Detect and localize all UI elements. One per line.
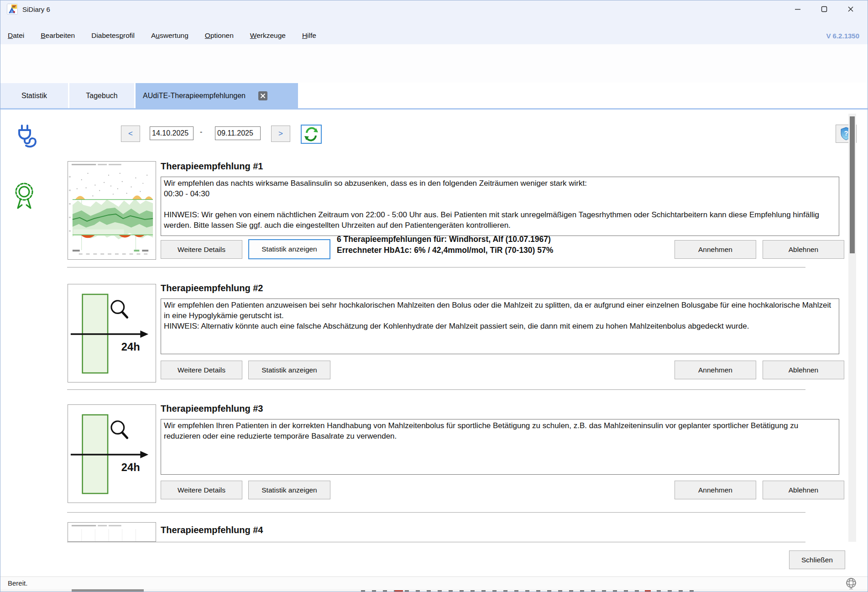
title-bar: SiDiary 6 <box>0 0 868 18</box>
card1-details-button[interactable]: Weitere Details <box>161 240 242 259</box>
menu-bar: Datei Bearbeiten Diabetesprofil Auswertu… <box>0 18 868 44</box>
card3-reject-button[interactable]: Ablehnen <box>763 481 844 499</box>
svg-text:24h: 24h <box>121 341 140 353</box>
card2-stats-button[interactable]: Statistik anzeigen <box>248 361 330 379</box>
agp-chart-icon <box>68 162 156 259</box>
version-label: V 6.2.1350 <box>826 32 859 40</box>
card3-accept-button[interactable]: Annehmen <box>675 481 756 499</box>
tab-tagebuch[interactable]: Tagebuch <box>69 83 134 108</box>
24h-range-icon: 24h <box>68 284 156 382</box>
close-panel-button[interactable]: Schließen <box>789 550 845 569</box>
tab-audite-therapieempfehlungen[interactable]: AUdiTE-Therapieempfehlungen <box>136 83 298 108</box>
app-window: SiDiary 6 Datei Bearbeiten Diabetesprofi… <box>0 0 868 592</box>
menu-auswertung[interactable]: Auswertung <box>151 31 188 40</box>
scrollbar-thumb[interactable] <box>850 116 855 253</box>
recommendations-panel: Zeitraum < - > 6 Therapieempfehlungen fü… <box>0 110 868 576</box>
globe-icon <box>845 577 858 590</box>
svg-text:24h: 24h <box>121 461 140 473</box>
menu-optionen[interactable]: Optionen <box>205 31 234 40</box>
card1-accept-button[interactable]: Annehmen <box>675 240 756 259</box>
card1-stats-button[interactable]: Statistik anzeigen <box>248 239 330 259</box>
next-period-button[interactable]: > <box>271 126 290 142</box>
card-divider <box>67 542 805 543</box>
card3-details-button[interactable]: Weitere Details <box>161 481 242 499</box>
toolbar: Weiterempfehlen > <box>0 44 868 83</box>
card2-accept-button[interactable]: Annehmen <box>675 361 756 379</box>
close-tab-icon[interactable] <box>258 91 267 100</box>
maximize-button[interactable] <box>811 0 837 18</box>
card4-title: Therapieempfehlung #4 <box>161 525 263 535</box>
prev-period-button[interactable]: < <box>121 126 140 142</box>
tab-statistik[interactable]: Statistik <box>0 83 68 108</box>
date-from-input[interactable] <box>150 126 193 140</box>
card1-text: Wir empfehlen das nachts wirksame Basali… <box>161 177 839 236</box>
card3-text: Wir empfehlen Ihren Patienten in der kor… <box>161 419 839 475</box>
menu-diabetesprofil[interactable]: Diabetesprofil <box>91 31 135 40</box>
award-rosette-icon[interactable] <box>11 181 40 212</box>
card1-title: Therapieempfehlung #1 <box>161 161 263 172</box>
minimize-icon <box>795 6 801 12</box>
status-text: Bereit. <box>8 579 27 587</box>
menu-bearbeiten[interactable]: Bearbeiten <box>41 31 75 40</box>
patient-header: 6 Therapieempfehlungen für: Windhorst, A… <box>337 234 553 256</box>
menu-hilfe[interactable]: Hilfe <box>302 31 316 40</box>
agp-chart-top-icon <box>68 523 156 542</box>
menu-werkzeuge[interactable]: Werkzeuge <box>250 31 286 40</box>
status-bar: Bereit. <box>0 576 868 590</box>
24h-range-icon: 24h <box>68 405 156 503</box>
card2-text: Wir empfehlen den Patienten anzuweisen b… <box>161 299 839 354</box>
card1-reject-button[interactable]: Ablehnen <box>763 240 844 259</box>
card3-title: Therapieempfehlung #3 <box>161 403 263 414</box>
card3-24h-thumbnail[interactable]: 24h <box>68 404 156 503</box>
svg-text:?: ? <box>844 129 848 137</box>
tab-strip: Statistik Tagebuch AUdiTE-Therapieempfeh… <box>0 83 868 108</box>
card4-thumbnail[interactable] <box>68 522 156 542</box>
close-window-button[interactable] <box>837 0 864 18</box>
vertical-scrollbar[interactable] <box>848 114 856 542</box>
card-divider <box>67 512 805 513</box>
background-window-strip <box>0 589 868 592</box>
date-to-input[interactable] <box>215 126 261 140</box>
maximize-icon <box>821 6 827 12</box>
app-logo-icon <box>7 4 18 15</box>
date-separator: - <box>200 128 202 136</box>
minimize-button[interactable] <box>784 0 811 18</box>
card1-agp-thumbnail[interactable] <box>68 161 156 260</box>
card2-24h-thumbnail[interactable]: 24h <box>68 284 156 382</box>
menu-datei[interactable]: Datei <box>8 31 24 40</box>
patient-header-line2: Errechneter HbA1c: 6% / 42,4mmol/mol, Ti… <box>337 245 553 256</box>
window-title: SiDiary 6 <box>22 5 50 13</box>
card2-title: Therapieempfehlung #2 <box>161 283 263 293</box>
card-divider <box>67 389 805 390</box>
card-divider <box>67 267 805 268</box>
card2-reject-button[interactable]: Ablehnen <box>763 361 844 379</box>
refresh-button[interactable] <box>301 125 322 144</box>
card3-stats-button[interactable]: Statistik anzeigen <box>248 481 330 499</box>
refresh-icon <box>304 127 319 141</box>
card2-details-button[interactable]: Weitere Details <box>161 361 242 379</box>
data-import-plug-icon[interactable] <box>12 123 43 154</box>
close-icon <box>847 6 854 12</box>
